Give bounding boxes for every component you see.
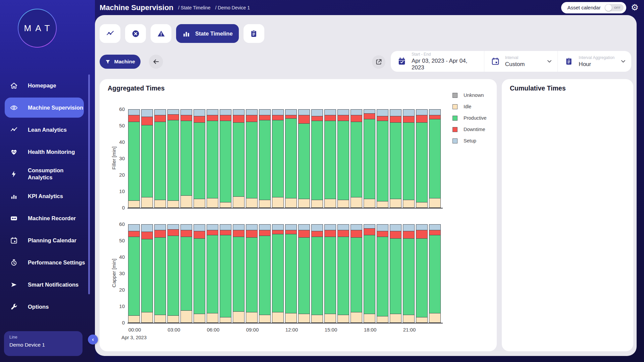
sidebar-item-planning-calendar[interactable]: Planning Calendar xyxy=(0,229,89,251)
filter-fields: Start - End Apr 03, 2023 - Apr 04, 2023 … xyxy=(391,51,631,72)
stacked-bar-04:00 xyxy=(180,224,192,323)
bar-segment-setup xyxy=(403,224,415,231)
bar-segment-downtime xyxy=(429,230,441,235)
calendar-icon xyxy=(10,237,18,244)
stacked-bar-08:00 xyxy=(233,224,245,323)
stacked-bar-11:00 xyxy=(272,109,284,208)
sidebar-item-consumption-analytics[interactable]: Consumption Analytics xyxy=(0,163,89,185)
bar-segment-productive xyxy=(272,234,284,312)
x-tick-label: 00:00 xyxy=(128,327,141,333)
settings-gear-icon[interactable]: ⚙ xyxy=(631,0,639,15)
back-button[interactable] xyxy=(149,55,163,69)
sidebar-item-smart-notifications[interactable]: Smart Notifications xyxy=(0,274,89,296)
tab-clipboard[interactable] xyxy=(244,24,264,43)
sidebar-item-homepage[interactable]: Homepage xyxy=(0,74,89,97)
kpi-bars-icon xyxy=(10,192,18,200)
bar-segment-idle xyxy=(416,202,428,208)
stacked-bar-07:00 xyxy=(220,109,231,208)
bar-segment-downtime xyxy=(246,115,258,122)
stacked-bar-12:00 xyxy=(285,224,297,323)
stacked-bar-19:00 xyxy=(377,224,388,323)
bar-segment-setup xyxy=(141,109,153,117)
chevron-down-icon xyxy=(620,58,627,65)
stacked-bar-00:00 xyxy=(128,109,140,208)
sidebar-item-machine-recorder[interactable]: Machine Recorder xyxy=(0,207,89,229)
device-card[interactable]: Line Demo Device 1 xyxy=(4,331,83,356)
bar-segment-setup xyxy=(403,109,415,116)
bar-segment-productive xyxy=(416,122,428,202)
cumulative-times-card: Cumulative Times xyxy=(502,79,633,351)
bar-segment-productive xyxy=(351,122,362,197)
tab-circle-x[interactable] xyxy=(125,24,146,43)
legend-item-idle[interactable]: Idle xyxy=(452,104,487,109)
bar-segment-downtime xyxy=(128,231,140,237)
bar-segment-productive xyxy=(128,237,140,315)
breadcrumb-item[interactable]: / State Timeline xyxy=(178,5,211,10)
bar-segment-idle xyxy=(364,199,375,208)
circle-x-icon xyxy=(131,29,140,38)
stacked-bar-16:00 xyxy=(337,109,349,208)
x-axis-line xyxy=(127,208,443,208)
sidebar-item-options[interactable]: Options xyxy=(0,296,89,318)
tab-state-timeline[interactable]: State Timeline xyxy=(176,24,239,43)
filter-field-start-end[interactable]: Start - End Apr 03, 2023 - Apr 04, 2023 xyxy=(391,51,484,72)
field-label: Interval xyxy=(505,55,525,60)
bar-segment-idle xyxy=(246,198,258,208)
bar-segment-downtime xyxy=(207,230,218,235)
chevron-left-icon: ‹ xyxy=(92,336,94,343)
stacked-bar-22:00 xyxy=(416,109,428,208)
asset-calendar-label: Asset calendar xyxy=(567,5,600,10)
bar-segment-downtime xyxy=(180,230,192,237)
sidebar-item-kpi-analytics[interactable]: KPI Analytics xyxy=(0,185,89,207)
external-link-icon xyxy=(375,58,382,66)
legend-item-unknown[interactable]: Unknown xyxy=(452,93,487,98)
sidebar-item-machine-supervision[interactable]: Machine Supervision xyxy=(0,97,89,119)
bar-segment-idle xyxy=(337,200,349,208)
bar-segment-productive xyxy=(154,122,166,200)
stacked-bar-02:00 xyxy=(154,109,166,208)
bar-segment-setup xyxy=(416,109,428,115)
stacked-bar-04:00 xyxy=(180,109,192,208)
stacked-bar-10:00 xyxy=(259,224,271,323)
stacked-bar-03:00 xyxy=(167,109,179,208)
sidebar-item-lean-analytics[interactable]: Lean Analytics xyxy=(0,119,89,141)
bar-segment-idle xyxy=(403,200,415,208)
bar-segment-productive xyxy=(141,125,153,197)
tab-warning-triangle[interactable] xyxy=(151,24,171,43)
breadcrumb-item[interactable]: / Demo Device 1 xyxy=(215,5,250,10)
sidebar-scrollbar[interactable] xyxy=(88,74,90,294)
bar-segment-productive xyxy=(141,239,153,312)
bar-segment-productive xyxy=(246,122,258,198)
y-tick-label: 0 xyxy=(110,205,125,210)
bar-segment-setup xyxy=(285,109,297,115)
tab-trend-line[interactable] xyxy=(100,24,120,43)
asset-calendar-toggle-pill[interactable]: Asset calendar OFF xyxy=(561,2,626,13)
legend-item-setup[interactable]: Setup xyxy=(452,138,487,143)
sidebar-collapse-button[interactable]: ‹ xyxy=(88,335,98,345)
sidebar-item-health-monitoring[interactable]: Health Monitoring xyxy=(0,141,89,163)
bar-segment-productive xyxy=(298,123,310,199)
clipboard-icon xyxy=(565,57,573,66)
export-button[interactable] xyxy=(372,55,385,69)
asset-calendar-switch[interactable]: OFF xyxy=(605,4,624,11)
filter-field-interval-aggregation[interactable]: Interval Aggregation Hour xyxy=(557,51,631,72)
legend-item-downtime[interactable]: Downtime xyxy=(452,127,487,132)
bar-segment-idle xyxy=(377,316,388,323)
sidebar-item-performance-settings[interactable]: Performance Settings xyxy=(0,251,89,274)
filter-field-interval[interactable]: Interval Custom xyxy=(484,51,558,72)
y-tick-label: 0 xyxy=(110,320,125,325)
bar-segment-idle xyxy=(207,198,218,208)
app-logo: MAT xyxy=(18,9,57,48)
legend-item-productive[interactable]: Productive xyxy=(452,115,487,121)
bar-segment-idle xyxy=(390,199,401,208)
bar-segment-downtime xyxy=(390,116,401,123)
machine-filter-button[interactable]: Machine xyxy=(100,55,141,69)
x-axis-line xyxy=(127,323,443,323)
bar-segment-idle xyxy=(259,200,271,208)
stacked-bar-18:00 xyxy=(364,109,375,208)
stacked-bar-14:00 xyxy=(311,109,323,208)
bar-segment-setup xyxy=(324,109,336,115)
bar-segment-setup xyxy=(220,109,231,115)
bar-segment-setup xyxy=(154,224,166,230)
bar-segment-setup xyxy=(167,224,179,229)
